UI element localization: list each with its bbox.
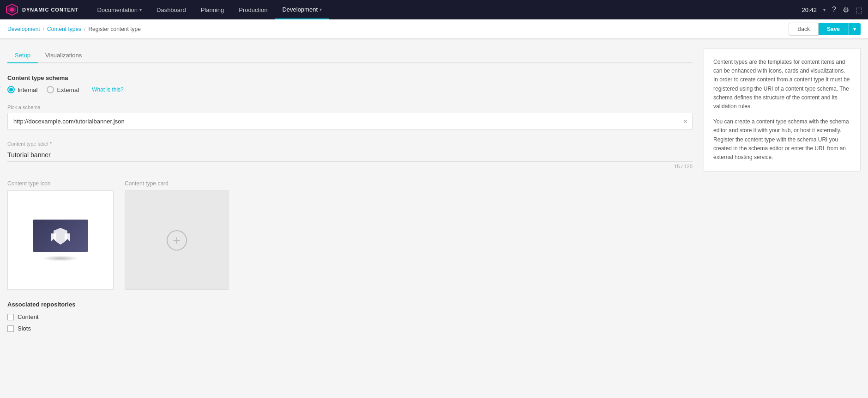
schema-type-radio-group: Internal External What is this? <box>7 86 693 93</box>
info-box: Content types are the templates for cont… <box>704 48 861 171</box>
label-field-label: Content type label * <box>7 141 693 147</box>
checkbox-slots: Slots <box>7 325 693 332</box>
breadcrumb-separator: / <box>84 26 85 32</box>
breadcrumb: Development / Content types / Register c… <box>7 26 141 32</box>
content-checkbox[interactable] <box>7 314 14 320</box>
breadcrumb-bar: Development / Content types / Register c… <box>0 19 868 39</box>
breadcrumb-content-types[interactable]: Content types <box>47 26 81 32</box>
schema-section-title: Content type schema <box>7 74 693 81</box>
logo-icon <box>6 3 18 16</box>
user-icon[interactable]: ⬚ <box>856 6 862 14</box>
pick-schema-label: Pick a schema <box>7 104 693 110</box>
nav-items: Documentation ▾ Dashboard Planning Produ… <box>90 0 802 19</box>
associated-repositories-section: Associated repositories Content Slots <box>7 301 693 332</box>
tabs: Setup Visualizations <box>7 48 693 63</box>
tab-setup[interactable]: Setup <box>7 48 38 63</box>
nav-development[interactable]: Development ▾ <box>275 0 329 19</box>
nav-right: 20:42 ▾ ? ⚙ ⬚ <box>802 6 862 14</box>
gear-icon[interactable]: ⚙ <box>843 6 849 14</box>
help-icon[interactable]: ? <box>832 6 836 14</box>
internal-label: Internal <box>18 86 37 93</box>
save-button[interactable]: Save <box>819 23 848 35</box>
card-upload-label: Content type card <box>125 180 229 187</box>
icon-upload-box[interactable] <box>7 190 114 290</box>
external-label: External <box>57 86 79 93</box>
label-section: Content type label * 15 / 120 <box>7 141 693 169</box>
slots-checkbox-label: Slots <box>18 325 31 332</box>
svg-marker-4 <box>65 233 70 242</box>
checkbox-content: Content <box>7 313 693 320</box>
add-card-icon: + <box>167 230 187 251</box>
left-panel: Setup Visualizations Content type schema… <box>7 48 693 337</box>
char-count: 15 / 120 <box>7 164 693 169</box>
save-dropdown-button[interactable]: ▾ <box>848 23 861 35</box>
top-navigation: DYNAMIC CONTENT Documentation ▾ Dashboar… <box>0 0 868 19</box>
schema-section: Content type schema Internal External Wh… <box>7 74 693 93</box>
icon-upload-area: Content type icon <box>7 180 114 290</box>
chevron-down-icon: ▾ <box>319 7 322 12</box>
radio-external[interactable]: External <box>47 86 79 93</box>
nav-dashboard[interactable]: Dashboard <box>149 0 193 19</box>
radio-internal-indicator <box>7 86 15 93</box>
icon-upload-label: Content type icon <box>7 180 114 187</box>
breadcrumb-actions: Back Save ▾ <box>789 23 861 36</box>
breadcrumb-current: Register content type <box>88 26 140 32</box>
card-upload-area: Content type card + <box>125 180 229 290</box>
info-paragraph-2: You can create a content type schema wit… <box>713 117 851 162</box>
chevron-down-icon: ▾ <box>853 26 856 32</box>
content-type-label-input[interactable] <box>7 148 693 162</box>
schema-url-input[interactable] <box>8 113 692 129</box>
shield-icon <box>49 224 72 247</box>
nav-planning[interactable]: Planning <box>193 0 232 19</box>
info-paragraph-1: Content types are the templates for cont… <box>713 58 851 111</box>
chevron-down-icon: ▾ <box>139 7 142 12</box>
content-checkbox-label: Content <box>18 313 39 320</box>
chevron-down-icon: ▾ <box>823 7 826 12</box>
nav-documentation[interactable]: Documentation ▾ <box>90 0 149 19</box>
icon-shadow <box>42 256 79 261</box>
what-is-this-link[interactable]: What is this? <box>92 86 124 93</box>
radio-external-indicator <box>47 86 54 93</box>
schema-url-section: Pick a schema × <box>7 104 693 130</box>
clear-schema-icon[interactable]: × <box>683 117 687 126</box>
nav-production[interactable]: Production <box>231 0 275 19</box>
schema-input-wrapper: × <box>7 113 693 130</box>
logo-area: DYNAMIC CONTENT <box>6 3 79 16</box>
radio-internal[interactable]: Internal <box>7 86 37 93</box>
card-upload-box[interactable]: + <box>125 190 229 290</box>
back-button[interactable]: Back <box>789 23 819 36</box>
icon-preview <box>33 220 88 252</box>
slots-checkbox[interactable] <box>7 325 14 332</box>
breadcrumb-development[interactable]: Development <box>7 26 40 32</box>
tab-visualizations[interactable]: Visualizations <box>38 48 89 63</box>
assoc-section-title: Associated repositories <box>7 301 693 308</box>
right-panel: Content types are the templates for cont… <box>704 48 861 337</box>
breadcrumb-separator: / <box>43 26 44 32</box>
page-content: Setup Visualizations Content type schema… <box>0 39 868 346</box>
logo-text: DYNAMIC CONTENT <box>22 7 79 12</box>
upload-row: Content type icon <box>7 180 693 290</box>
clock-display: 20:42 <box>802 6 817 13</box>
